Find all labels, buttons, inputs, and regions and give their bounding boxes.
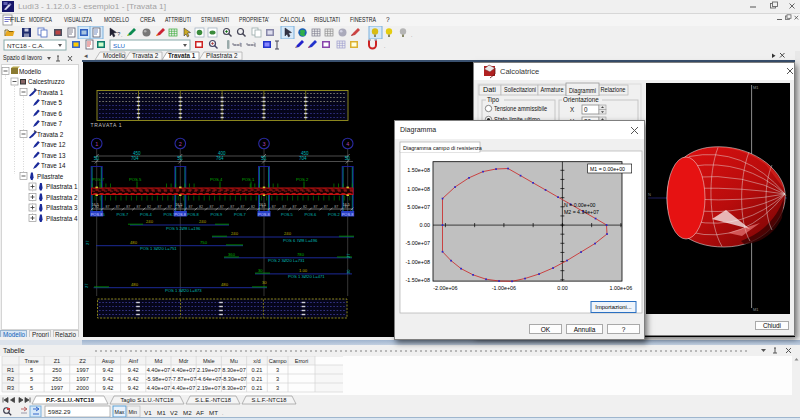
svg-text:87: 87 xyxy=(293,205,297,209)
svg-text:M2 = 4.34e+07: M2 = 4.34e+07 xyxy=(564,209,599,215)
svg-text:87: 87 xyxy=(282,205,286,209)
svg-text:NTC18 - C.A.: NTC18 - C.A. xyxy=(7,42,44,49)
svg-text:POS.8: POS.8 xyxy=(258,212,271,217)
svg-text:1.00e+08: 1.00e+08 xyxy=(407,186,430,192)
svg-text:MODIFICA: MODIFICA xyxy=(29,16,52,23)
svg-text:CALCOLA: CALCOLA xyxy=(280,16,306,23)
svg-text:82: 82 xyxy=(199,205,203,209)
svg-text:Spazio di lavoro: Spazio di lavoro xyxy=(3,54,42,62)
svg-text:FINESTRA: FINESTRA xyxy=(350,16,377,23)
svg-text:87: 87 xyxy=(137,205,141,209)
svg-text:2000: 2000 xyxy=(76,385,88,391)
svg-text:Max: Max xyxy=(115,409,125,415)
svg-text:POS 1 3Ø20 L=471: POS 1 3Ø20 L=471 xyxy=(288,274,325,279)
svg-text:-8.30e+07: -8.30e+07 xyxy=(221,376,246,382)
svg-text:5982.29: 5982.29 xyxy=(48,408,71,415)
svg-text:82: 82 xyxy=(303,205,307,209)
svg-text:PROPRIETA': PROPRIETA' xyxy=(239,16,269,23)
svg-text:87: 87 xyxy=(209,205,213,209)
svg-text:4.40e+07: 4.40e+07 xyxy=(147,367,171,373)
svg-text:POS.8: POS.8 xyxy=(174,212,187,217)
svg-text:-1.50e+08: -1.50e+08 xyxy=(406,277,430,283)
svg-text:POS.7: POS.7 xyxy=(234,212,247,217)
svg-text:82: 82 xyxy=(147,205,151,209)
svg-text:0.21: 0.21 xyxy=(252,367,263,373)
svg-text:Ludì3 - 1.12.0.3 - esempio1 -: Ludì3 - 1.12.0.3 - esempio1 - [Travata 1… xyxy=(18,3,166,11)
svg-text:764: 764 xyxy=(216,156,224,161)
svg-text:87: 87 xyxy=(241,205,245,209)
svg-text:240: 240 xyxy=(231,231,239,236)
svg-text:0: 0 xyxy=(584,106,588,113)
svg-text:8.30e+07: 8.30e+07 xyxy=(222,367,246,373)
svg-text:R1: R1 xyxy=(7,367,14,373)
svg-text:50: 50 xyxy=(261,156,267,161)
svg-text:1: 1 xyxy=(95,141,98,147)
svg-text:82: 82 xyxy=(251,205,255,209)
svg-text:Diagrammi: Diagrammi xyxy=(569,87,596,95)
svg-text:Min: Min xyxy=(129,409,138,415)
svg-text:0.00: 0.00 xyxy=(420,222,431,228)
svg-text:POS.7: POS.7 xyxy=(117,212,130,217)
svg-text:POS.5: POS.5 xyxy=(281,212,294,217)
svg-text:30: 30 xyxy=(258,268,263,273)
svg-text:450: 450 xyxy=(133,151,141,156)
svg-text:POS.7: POS.7 xyxy=(92,177,105,182)
svg-text:POS 6 7Ø8 L=496: POS 6 7Ø8 L=496 xyxy=(283,238,318,243)
svg-text:5.00e+07: 5.00e+07 xyxy=(407,204,430,210)
svg-text:50: 50 xyxy=(345,156,351,161)
svg-text:0.21: 0.21 xyxy=(252,376,263,382)
svg-text:M1 = 0.00e+00: M1 = 0.00e+00 xyxy=(590,166,625,172)
svg-text:27: 27 xyxy=(85,240,90,245)
svg-text:9.42: 9.42 xyxy=(128,376,139,382)
svg-text:87: 87 xyxy=(324,205,328,209)
svg-text:87: 87 xyxy=(230,205,234,209)
svg-text:Z2: Z2 xyxy=(79,358,86,364)
svg-text:4.40e+07: 4.40e+07 xyxy=(147,385,171,391)
svg-text:780: 780 xyxy=(297,252,305,257)
svg-text:Msle: Msle xyxy=(203,358,215,364)
svg-text:-2.00e+06: -2.00e+06 xyxy=(433,285,457,291)
svg-text:-1.00e+08: -1.00e+08 xyxy=(406,259,430,265)
svg-text:MODELLO: MODELLO xyxy=(104,16,129,23)
svg-text:9.42: 9.42 xyxy=(103,385,114,391)
svg-text:9.42: 9.42 xyxy=(128,385,139,391)
svg-text:V2: V2 xyxy=(170,409,178,416)
svg-text:0.00: 0.00 xyxy=(557,285,568,291)
svg-text:-4.64e+07: -4.64e+07 xyxy=(196,376,221,382)
svg-text:5: 5 xyxy=(30,385,33,391)
svg-text:POS.8: POS.8 xyxy=(187,212,200,217)
svg-text:16,5: 16,5 xyxy=(343,203,350,207)
svg-text:Sollecitazioni: Sollecitazioni xyxy=(504,86,536,93)
svg-text:87: 87 xyxy=(313,205,317,209)
svg-text:Modello: Modello xyxy=(103,52,126,59)
svg-text:POS 2 3Ø20 L=731: POS 2 3Ø20 L=731 xyxy=(268,258,305,263)
svg-text:-5.98e+07: -5.98e+07 xyxy=(146,376,171,382)
svg-text:480: 480 xyxy=(130,240,138,245)
svg-text:N = 0.00e+00: N = 0.00e+00 xyxy=(564,202,596,208)
svg-text:CREA: CREA xyxy=(140,16,156,23)
svg-text:4.40e+07: 4.40e+07 xyxy=(172,367,196,373)
svg-text:2.19e+07: 2.19e+07 xyxy=(197,385,221,391)
svg-text:5: 5 xyxy=(30,367,33,373)
svg-text:50: 50 xyxy=(94,156,100,161)
svg-text:Z1: Z1 xyxy=(54,358,61,364)
svg-text:2: 2 xyxy=(179,141,182,147)
svg-text:AF: AF xyxy=(196,409,204,416)
svg-text:250: 250 xyxy=(52,367,61,373)
svg-text:M1: M1 xyxy=(753,85,759,90)
svg-text:5: 5 xyxy=(30,376,33,382)
svg-text:1.00e+06: 1.00e+06 xyxy=(610,285,633,291)
svg-text:Orientazione: Orientazione xyxy=(563,96,599,103)
svg-text:Diagramma campo di resistenza: Diagramma campo di resistenza xyxy=(403,145,483,151)
svg-text:704: 704 xyxy=(131,156,139,161)
svg-text:POS.2: POS.2 xyxy=(328,212,341,217)
svg-text:−: − xyxy=(253,40,256,45)
svg-text:Mdr: Mdr xyxy=(179,358,189,364)
svg-text:16,5: 16,5 xyxy=(259,203,266,207)
svg-text:P.F.-S.L.U.-NTC18: P.F.-S.L.U.-NTC18 xyxy=(46,397,95,403)
svg-text:87: 87 xyxy=(272,205,276,209)
svg-text:87: 87 xyxy=(126,205,130,209)
svg-text:87: 87 xyxy=(334,205,338,209)
svg-text:450: 450 xyxy=(301,151,309,156)
svg-text:R3: R3 xyxy=(7,385,14,391)
